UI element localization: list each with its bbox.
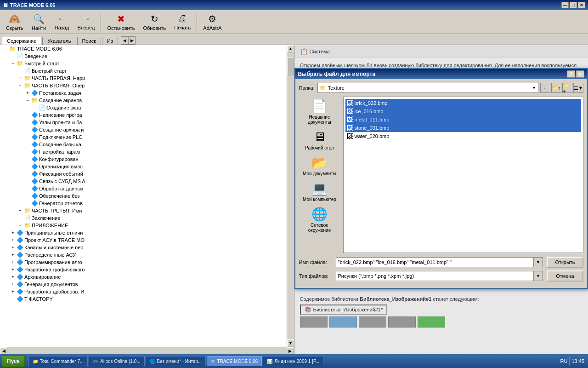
- taskbar-item-allods[interactable]: 🎮 Allods Online (1.0...: [89, 356, 144, 366]
- find-button[interactable]: 🔍 Найти: [28, 12, 51, 33]
- tree-item-appendix[interactable]: + 📁 ПРИЛОЖЕНИЕ: [0, 222, 287, 229]
- my-pc-item[interactable]: 💻 Мой компьютер: [299, 179, 340, 204]
- tree-item-reports[interactable]: 🔷 Генератор отчетов: [0, 200, 287, 207]
- folder-view-btn[interactable]: ☰▼: [573, 83, 583, 93]
- close-button[interactable]: ✕: [578, 2, 585, 8]
- taskbar-item-tracemode[interactable]: ⚙ TRACE MODE 6.06: [207, 356, 262, 366]
- tab-search[interactable]: Поиск: [77, 37, 101, 45]
- my-docs-item[interactable]: 📂 Мои документы: [299, 153, 340, 178]
- tab-from[interactable]: Из: [102, 37, 118, 45]
- scroll-track[interactable]: [287, 52, 294, 339]
- tree-item-part2[interactable]: − 📁 ЧАСТЬ ВТОРАЯ. Опер: [0, 82, 287, 89]
- dialog-close-btn[interactable]: ✕: [576, 70, 584, 78]
- tree-item-plc[interactable]: 🔷 Подключение PLC: [0, 133, 287, 141]
- network-item[interactable]: 🌐 Сетевоеокружение: [299, 205, 340, 235]
- tree-item-screen2[interactable]: 📄 Создание экра: [0, 104, 287, 111]
- tree-item-conclusion[interactable]: 📄 Заключение: [0, 214, 287, 222]
- folder-up-btn[interactable]: 📁↑: [551, 83, 561, 93]
- filetype-dropdown-btn[interactable]: ▼: [534, 271, 543, 281]
- tree-item-intro[interactable]: 📄 Введение: [0, 52, 287, 60]
- scroll-thumb[interactable]: [288, 57, 294, 75]
- stop-icon: ✖: [117, 13, 125, 24]
- tree-item-diff[interactable]: + 🔷 Принципиальные отличи: [0, 229, 287, 236]
- dialog-title-buttons: ? ✕: [567, 70, 584, 78]
- tree-item-nodes[interactable]: 🔷 Узлы проекта и ба: [0, 119, 287, 126]
- folder-new-btn[interactable]: 📁+: [562, 83, 572, 93]
- tree-item-graphics[interactable]: + 🔷 Разработка графического: [0, 266, 287, 273]
- nav-left-arrow[interactable]: ◀: [121, 36, 128, 45]
- tree-item-algo[interactable]: + 🔷 Программирование алго: [0, 259, 287, 266]
- file-item-brick[interactable]: 🖼 brick_022.bmp: [345, 99, 582, 107]
- open-button[interactable]: Открыть: [547, 257, 583, 268]
- tree-item-sql[interactable]: 🔷 Связь с СУБД MS A: [0, 178, 287, 185]
- back-button[interactable]: ← Назад: [51, 12, 74, 33]
- print-button[interactable]: 🖨 Печать: [170, 12, 195, 33]
- file-item-ice[interactable]: 🖼 ice_016.bmp: [345, 107, 582, 115]
- taskbar-item-lk[interactable]: 📊 Лк дн инж 2009 1 [Р...: [263, 356, 323, 366]
- file-item-metal[interactable]: 🖼 metal_011.bmp: [345, 115, 582, 124]
- hscroll-right-btn[interactable]: ▶: [287, 347, 294, 355]
- tree-item-data[interactable]: 🔷 Обработка данных: [0, 185, 287, 192]
- tree-item-config[interactable]: 🔷 Конфигурирован: [0, 155, 287, 163]
- file-item-water[interactable]: 🖼 water_020.bmp: [345, 132, 582, 140]
- refresh-button[interactable]: ↻ Обновить: [139, 12, 170, 33]
- minimize-button[interactable]: —: [561, 2, 569, 8]
- sidebar-scrollbar[interactable]: ▲ ▼: [287, 45, 294, 347]
- start-button[interactable]: Пуск: [2, 355, 25, 367]
- stop-button[interactable]: ✖ Остановить: [103, 12, 139, 33]
- forward-button[interactable]: → Вперед: [74, 12, 99, 33]
- folder-combo[interactable]: 📁 Texture ▼: [317, 83, 538, 93]
- maximize-button[interactable]: □: [570, 2, 577, 8]
- tree-label: ЧАСТЬ ТРЕТЬЯ. Ими: [32, 208, 82, 213]
- folder-back-btn[interactable]: ←: [540, 83, 550, 93]
- desktop-item[interactable]: 🖥 Рабочий стол: [299, 127, 340, 152]
- scroll-down-btn[interactable]: ▼: [287, 339, 294, 347]
- cancel-button[interactable]: Отмена: [547, 270, 583, 282]
- hide-button[interactable]: 🙈 Скрыть: [2, 12, 28, 33]
- expand-icon: −: [9, 61, 17, 66]
- tree-item-events[interactable]: 🔷 Фиксация событий: [0, 170, 287, 178]
- tree-item-drivers[interactable]: + 🔷 Разработка драйверов. И: [0, 288, 287, 295]
- tree-label: Написание програ: [39, 112, 82, 118]
- tree-item-channels[interactable]: + 🔷 Каналы и системные пер: [0, 244, 287, 251]
- tree-item-output[interactable]: 🔷 Организация выво: [0, 163, 287, 170]
- tree-item-part1[interactable]: + 📁 ЧАСТЬ ПЕРВАЯ. Нари: [0, 75, 287, 82]
- hscroll-left-btn[interactable]: ◀: [0, 347, 7, 355]
- tree-item-archiving[interactable]: + 🔷 Архивирование: [0, 273, 287, 281]
- file-item-stone[interactable]: 🖼 stone_001.bmp: [345, 124, 582, 132]
- tree-item-asu[interactable]: + 🔷 Проект АСУ в TRACE МО: [0, 236, 287, 244]
- tree-item-params[interactable]: 🔷 Настройка парам: [0, 148, 287, 155]
- taskbar-item-totalcmd[interactable]: 📁 Total Commander 7...: [28, 356, 88, 366]
- filename-dropdown-btn[interactable]: ▼: [534, 257, 543, 267]
- tree-item-prog[interactable]: 🔷 Написание програ: [0, 111, 287, 119]
- tree-item-security[interactable]: 🔷 Обеспечение без: [0, 192, 287, 200]
- filename-input[interactable]: [336, 257, 534, 267]
- recent-docs-item[interactable]: 📄 Недавниедокументы: [299, 97, 340, 126]
- doc-icon: 📄: [17, 53, 23, 59]
- file-name: ice_016.bmp: [355, 109, 384, 114]
- sidebar-hscroll[interactable]: ◀ ▶: [0, 347, 294, 354]
- taskbar-item-ie[interactable]: 🌐 Без имени* - Интер...: [146, 356, 206, 366]
- filetype-input[interactable]: [336, 271, 534, 281]
- file-list[interactable]: 🖼 brick_022.bmp 🖼 ice_016.bmp 🖼 metal_01…: [343, 97, 584, 253]
- tree-item-db[interactable]: 🔷 Создание базы ка: [0, 141, 287, 148]
- tree-item-archive[interactable]: 🔷 Создание архива и: [0, 126, 287, 133]
- tree-item-quickstart[interactable]: − 📁 Быстрый старт: [0, 60, 287, 67]
- tree-item-distributed[interactable]: + 🔷 Распределенные АСУ: [0, 251, 287, 259]
- tab-contents[interactable]: Содержание: [2, 37, 41, 45]
- tree-item-qs2[interactable]: 📄 Быстрый старт: [0, 67, 287, 75]
- tree-item-screens[interactable]: − 📁 Создание экранов: [0, 97, 287, 104]
- tree-item-factory[interactable]: 🔷 T ФАСТОРY: [0, 295, 287, 303]
- adastra-button[interactable]: ⚙ AdAstrA: [199, 12, 226, 33]
- tree-label: Создание экранов: [39, 98, 82, 103]
- dialog-help-btn[interactable]: ?: [567, 70, 575, 78]
- tree-label: Введение: [24, 53, 47, 59]
- tree-item-task[interactable]: + 🔷 Постановка задач: [0, 89, 287, 97]
- tree-item-root[interactable]: − 📁 TRACE MODE 6.06: [0, 45, 287, 52]
- expand-icon: [24, 120, 31, 125]
- tree-item-part3[interactable]: + 📁 ЧАСТЬ ТРЕТЬЯ. Ими: [0, 207, 287, 214]
- scroll-up-btn[interactable]: ▲: [287, 45, 294, 52]
- tab-index[interactable]: Указатель: [42, 37, 76, 45]
- nav-right-arrow[interactable]: ▶: [128, 36, 136, 45]
- tree-item-docs[interactable]: + 🔷 Генерация документов: [0, 281, 287, 288]
